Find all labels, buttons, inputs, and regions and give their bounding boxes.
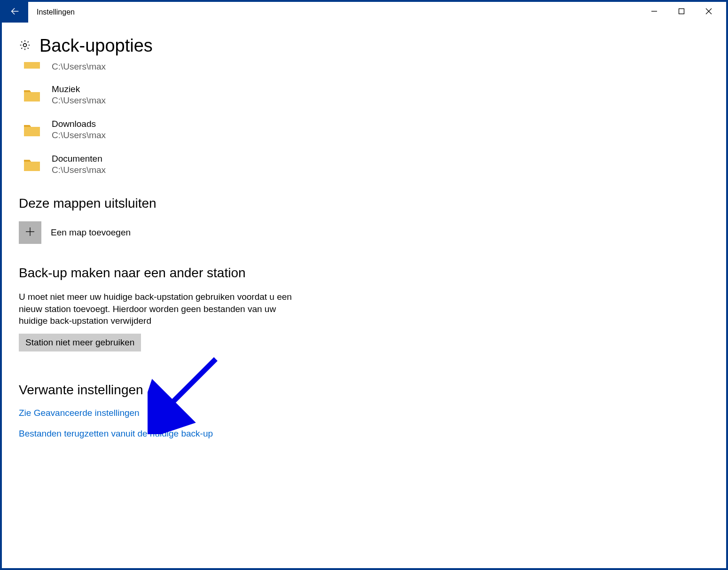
minimize-button[interactable] [641,2,668,23]
folder-text: Documenten C:\Users\max [52,154,106,175]
related-links: Zie Geavanceerde instellingen Bestanden … [19,408,726,439]
close-button[interactable] [695,2,722,23]
window-title: Instellingen [28,2,641,23]
folder-path: C:\Users\max [52,62,106,72]
folder-icon [23,86,41,104]
page-title: Back-upopties [39,36,153,56]
list-item[interactable]: C:\Users\max [23,62,726,80]
maximize-button[interactable] [668,2,695,23]
titlebar: Instellingen [2,2,726,23]
list-item[interactable]: Muziek C:\Users\max [23,80,726,115]
folder-list: C:\Users\max Muziek C:\Users\max [23,62,726,185]
stop-using-drive-button[interactable]: Station niet meer gebruiken [19,334,141,351]
list-item[interactable]: Documenten C:\Users\max [23,150,726,185]
back-button[interactable] [2,2,28,23]
folder-name: Muziek [52,84,106,94]
content-area: Back-upopties C:\Users\max M [2,23,726,439]
section-heading-related: Verwante instellingen [19,383,726,398]
folder-text: Downloads C:\Users\max [52,119,106,141]
folder-icon [23,120,41,139]
section-heading-other-drive: Back-up maken naar een ander station [19,265,726,281]
add-folder-square [19,221,41,244]
add-folder-label: Een map toevoegen [51,227,131,238]
folder-path: C:\Users\max [52,165,106,175]
section-heading-exclude: Deze mappen uitsluiten [19,196,726,211]
list-item[interactable]: Downloads C:\Users\max [23,115,726,150]
other-drive-description: U moet niet meer uw huidige back-upstati… [19,291,296,327]
folder-path: C:\Users\max [52,130,106,141]
folder-icon [23,155,41,174]
folder-path: C:\Users\max [52,95,106,106]
folder-name: Documenten [52,154,106,164]
close-icon [705,8,712,16]
svg-point-5 [23,43,27,47]
folder-name: Downloads [52,119,106,129]
folder-icon [23,62,41,71]
page-header: Back-upopties [19,36,726,56]
link-restore-files[interactable]: Bestanden terugzetten vanuit de huidige … [19,429,213,439]
window-controls [641,2,726,23]
maximize-icon [678,8,685,16]
link-advanced-settings[interactable]: Zie Geavanceerde instellingen [19,408,140,418]
folder-text: Muziek C:\Users\max [52,84,106,106]
folder-text: C:\Users\max [52,62,106,72]
plus-icon [25,226,35,239]
arrow-left-icon [10,6,20,18]
minimize-icon [651,8,658,16]
svg-rect-2 [679,9,684,14]
gear-icon [19,39,31,53]
add-folder-button[interactable]: Een map toevoegen [19,221,726,244]
